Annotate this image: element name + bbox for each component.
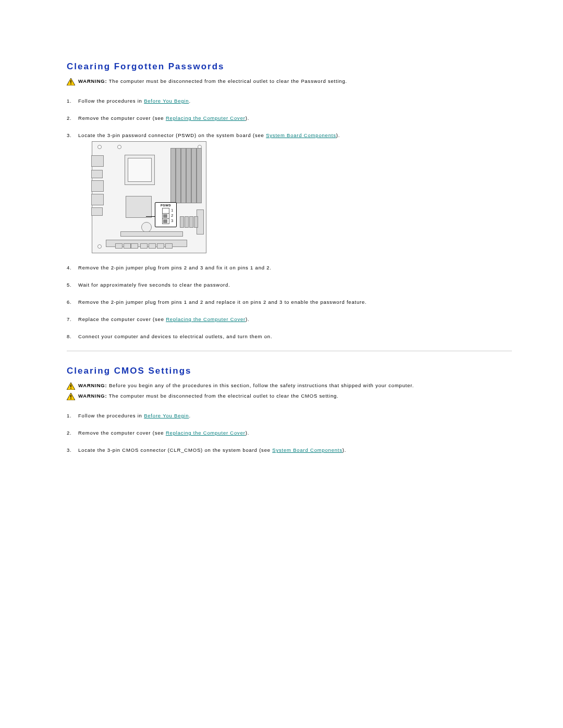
warning-label: WARNING: xyxy=(78,382,107,388)
step-1: Follow the procedures in Before You Begi… xyxy=(67,98,512,104)
pin-3-label: 3 xyxy=(171,218,174,223)
link-replacing-cover[interactable]: Replacing the Computer Cover xyxy=(166,430,246,436)
link-replacing-cover[interactable]: Replacing the Computer Cover xyxy=(166,316,246,322)
link-replacing-cover[interactable]: Replacing the Computer Cover xyxy=(166,115,246,121)
pin-1-label: 1 xyxy=(171,208,174,213)
warning-body: The computer must be disconnected from t… xyxy=(107,78,347,84)
step-text: Remove the computer cover (see xyxy=(78,430,166,436)
step-text-post: . xyxy=(189,413,190,418)
step-4: Remove the 2-pin jumper plug from pins 2… xyxy=(67,265,512,270)
step-text-post: . xyxy=(189,98,190,104)
step-5: Wait for approximately five seconds to c… xyxy=(67,282,512,288)
svg-rect-5 xyxy=(70,388,71,389)
step-2: Remove the computer cover (see Replacing… xyxy=(67,115,512,121)
warning-body: The computer must be disconnected from t… xyxy=(107,393,338,399)
svg-rect-1 xyxy=(70,80,71,83)
svg-rect-2 xyxy=(70,83,71,84)
warning-cmos-2: WARNING: The computer must be disconnect… xyxy=(67,393,512,400)
step-3: Locate the 3-pin password connector (PSW… xyxy=(67,132,512,253)
link-system-board[interactable]: System Board Components xyxy=(266,132,336,138)
section-title-cmos: Clearing CMOS Settings xyxy=(67,366,512,376)
step-text-post: ). xyxy=(342,447,346,453)
step-3: Locate the 3-pin CMOS connector (CLR_CMO… xyxy=(67,447,512,453)
step-1: Follow the procedures in Before You Begi… xyxy=(67,413,512,418)
step-text: Follow the procedures in xyxy=(78,98,144,104)
svg-rect-4 xyxy=(70,385,71,387)
step-text-post: ). xyxy=(336,132,340,138)
link-before-you-begin[interactable]: Before You Begin xyxy=(144,98,189,104)
step-2: Remove the computer cover (see Replacing… xyxy=(67,430,512,436)
step-6: Remove the 2-pin jumper plug from pins 1… xyxy=(67,299,512,305)
step-text: Locate the 3-pin password connector (PSW… xyxy=(78,132,266,138)
step-text: Remove the computer cover (see xyxy=(78,115,166,121)
warning-text: WARNING: Before you begin any of the pro… xyxy=(78,382,414,388)
step-text: Locate the 3-pin CMOS connector (CLR_CMO… xyxy=(78,447,272,453)
step-7: Replace the computer cover (see Replacin… xyxy=(67,316,512,322)
motherboard-figure: PSWD 1 2 3 xyxy=(92,141,206,253)
warning-label: WARNING: xyxy=(78,78,107,84)
warning-label: WARNING: xyxy=(78,393,107,399)
warning-icon xyxy=(67,382,75,390)
step-text-post: ). xyxy=(246,115,249,121)
pswd-callout: PSWD 1 2 3 xyxy=(155,202,177,227)
step-text-post: ). xyxy=(246,316,249,322)
link-system-board[interactable]: System Board Components xyxy=(272,447,342,453)
pswd-label: PSWD xyxy=(155,204,176,207)
step-text-post: ). xyxy=(246,430,249,436)
section-divider xyxy=(67,351,512,351)
step-text: Replace the computer cover (see xyxy=(78,316,166,322)
pin-2-label: 2 xyxy=(171,213,174,218)
svg-rect-8 xyxy=(70,398,71,399)
link-before-you-begin[interactable]: Before You Begin xyxy=(144,413,189,418)
warning-passwords: WARNING: The computer must be disconnect… xyxy=(67,78,512,85)
step-text: Follow the procedures in xyxy=(78,413,144,418)
steps-cmos: Follow the procedures in Before You Begi… xyxy=(67,413,512,453)
jumper-block: 1 2 3 xyxy=(162,208,169,224)
step-8: Connect your computer and devices to ele… xyxy=(67,334,512,339)
warning-icon xyxy=(67,393,75,400)
warning-text: WARNING: The computer must be disconnect… xyxy=(78,393,339,399)
section-title-passwords: Clearing Forgotten Passwords xyxy=(67,61,512,72)
svg-rect-7 xyxy=(70,395,71,398)
warning-text: WARNING: The computer must be disconnect… xyxy=(78,78,347,84)
warning-body: Before you begin any of the procedures i… xyxy=(107,382,414,388)
warning-cmos-1: WARNING: Before you begin any of the pro… xyxy=(67,382,512,390)
warning-icon xyxy=(67,78,75,85)
steps-passwords: Follow the procedures in Before You Begi… xyxy=(67,98,512,339)
